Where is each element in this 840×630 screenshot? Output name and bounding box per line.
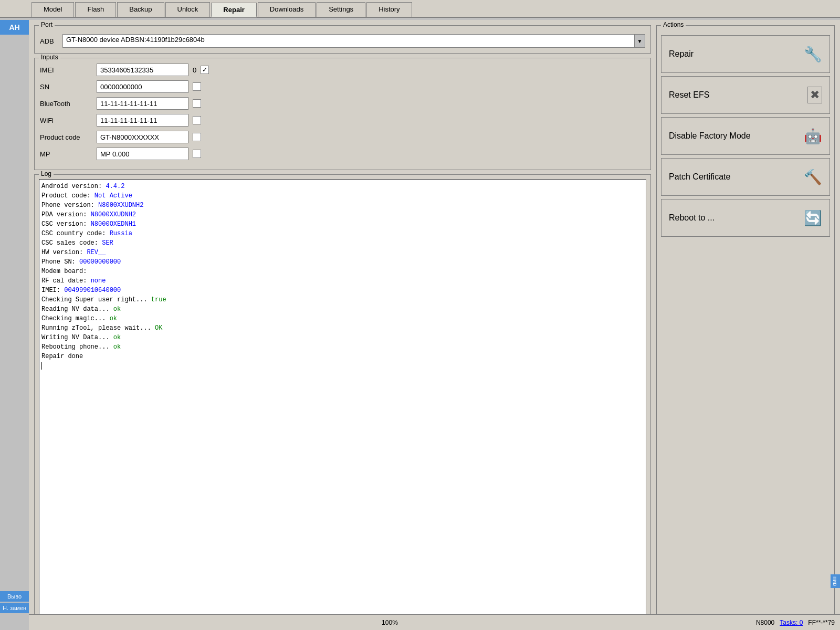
- log-line: CSC sales code: SER: [41, 238, 644, 248]
- status-bar: 100% N8000 Tasks: 0 FF**-**79: [29, 614, 840, 630]
- log-line: RF cal date: none: [41, 276, 644, 286]
- port-section: Port ADB GT-N8000 device ADBSN:41190f1b2…: [34, 25, 651, 54]
- product-code-input[interactable]: [97, 131, 188, 143]
- mp-checkbox[interactable]: [193, 150, 201, 158]
- side-bottom: Выво Н. замен: [0, 591, 29, 614]
- repair-icon: 🔧: [804, 46, 822, 63]
- adb-dropdown-arrow[interactable]: ▼: [635, 34, 645, 48]
- input-row-mp: MP: [40, 148, 645, 160]
- log-line: Android version: 4.4.2: [41, 182, 644, 191]
- log-line: Checking magic... ok: [41, 314, 644, 323]
- bluetooth-label: BlueTooth: [40, 100, 92, 108]
- adb-dropdown[interactable]: GT-N8000 device ADBSN:41190f1b29c6804b ▼: [62, 34, 645, 48]
- adb-field[interactable]: GT-N8000 device ADBSN:41190f1b29c6804b: [62, 34, 635, 48]
- side-bottom-nzamen[interactable]: Н. замен: [0, 603, 29, 613]
- log-line: CSC country code: Russia: [41, 229, 644, 238]
- right-strip-item: нив: [831, 574, 840, 588]
- patch-certificate-label: Patch Certificate: [669, 172, 730, 182]
- reboot-to-button[interactable]: Reboot to ... 🔄: [661, 199, 830, 237]
- adb-label: ADB: [40, 37, 58, 45]
- right-panel: Actions Repair 🔧 Reset EFS ✖ Disable Fac…: [656, 25, 835, 625]
- port-label: Port: [39, 21, 55, 28]
- device-model: N8000: [756, 619, 774, 626]
- tab-backup[interactable]: Backup: [117, 2, 164, 17]
- tab-model[interactable]: Model: [32, 2, 74, 17]
- input-row-wifi: WiFi: [40, 114, 645, 127]
- sn-label: SN: [40, 83, 92, 91]
- mp-input[interactable]: [97, 148, 188, 160]
- log-line: Reading NV data... ok: [41, 304, 644, 314]
- log-line: IMEI: 004999010640000: [41, 286, 644, 295]
- imei-extra: 0: [193, 66, 196, 74]
- log-line: Running zTool, please wait... OK: [41, 323, 644, 333]
- wifi-label: WiFi: [40, 117, 92, 124]
- left-panel: Port ADB GT-N8000 device ADBSN:41190f1b2…: [34, 25, 651, 625]
- bluetooth-checkbox[interactable]: [193, 99, 201, 108]
- disable-factory-mode-icon: 🤖: [804, 128, 822, 145]
- log-line: Writing NV Data... ok: [41, 333, 644, 342]
- disable-factory-mode-button[interactable]: Disable Factory Mode 🤖: [661, 117, 830, 155]
- log-section: Log Android version: 4.4.2Product code: …: [34, 174, 651, 625]
- actions-section: Actions Repair 🔧 Reset EFS ✖ Disable Fac…: [656, 25, 835, 625]
- tab-unlock[interactable]: Unlock: [165, 2, 211, 17]
- status-code: FF**-**79: [808, 619, 835, 626]
- log-line: Checking Super user right... true: [41, 295, 644, 304]
- imei-label: IMEI: [40, 66, 92, 74]
- imei-checkbox[interactable]: [201, 66, 209, 74]
- log-line: Phone version: N8000XXUDNH2: [41, 201, 644, 210]
- product-code-checkbox[interactable]: [193, 133, 201, 141]
- input-row-imei: IMEI 0: [40, 64, 645, 76]
- device-info: N8000 Tasks: 0 FF**-**79: [756, 619, 835, 626]
- tab-downloads[interactable]: Downloads: [258, 2, 316, 17]
- tab-repair[interactable]: Repair: [211, 3, 256, 17]
- input-row-bluetooth: BlueTooth: [40, 97, 645, 110]
- tasks-link[interactable]: Tasks: 0: [780, 619, 803, 626]
- log-line: PDA version: N8000XXUDNH2: [41, 210, 644, 219]
- side-bottom-vyvo[interactable]: Выво: [0, 591, 29, 602]
- progress-text: 100%: [34, 619, 746, 626]
- sn-input[interactable]: [97, 80, 188, 93]
- log-line: CSC version: N8000OXEDNH1: [41, 219, 644, 229]
- reset-efs-label: Reset EFS: [669, 90, 709, 100]
- reset-efs-button[interactable]: Reset EFS ✖: [661, 76, 830, 114]
- bluetooth-input[interactable]: [97, 97, 188, 110]
- side-nav: AH: [0, 20, 29, 630]
- log-content[interactable]: Android version: 4.4.2Product code: Not …: [39, 179, 646, 620]
- patch-certificate-button[interactable]: Patch Certificate 🔨: [661, 158, 830, 196]
- repair-button[interactable]: Repair 🔧: [661, 35, 830, 73]
- log-label: Log: [39, 170, 54, 177]
- tab-settings[interactable]: Settings: [317, 2, 365, 17]
- main-content: Port ADB GT-N8000 device ADBSN:41190f1b2…: [29, 20, 840, 630]
- sn-checkbox[interactable]: [193, 82, 201, 91]
- mp-label: MP: [40, 150, 92, 158]
- actions-label: Actions: [661, 21, 686, 28]
- inputs-label: Inputs: [39, 54, 60, 61]
- inputs-section: Inputs IMEI 0 SN BlueTooth: [34, 58, 651, 170]
- tab-history[interactable]: History: [366, 2, 412, 17]
- wifi-input[interactable]: [97, 114, 188, 127]
- side-nav-ah[interactable]: AH: [0, 20, 29, 35]
- log-line: Product code: Not Active: [41, 191, 644, 201]
- log-line: Rebooting phone... ok: [41, 342, 644, 352]
- tab-bar: Model Flash Backup Unlock Repair Downloa…: [0, 0, 840, 18]
- disable-factory-mode-label: Disable Factory Mode: [669, 131, 751, 141]
- log-line: HW version: REV__: [41, 248, 644, 257]
- log-line: Phone SN: 00000000000: [41, 257, 644, 267]
- reboot-to-icon: 🔄: [804, 209, 822, 227]
- product-code-label: Product code: [40, 133, 92, 141]
- patch-certificate-icon: 🔨: [804, 169, 822, 186]
- tab-flash[interactable]: Flash: [75, 2, 116, 17]
- wifi-checkbox[interactable]: [193, 116, 201, 124]
- imei-input[interactable]: [97, 64, 188, 76]
- reboot-to-label: Reboot to ...: [669, 213, 715, 223]
- input-row-product-code: Product code: [40, 131, 645, 143]
- input-row-sn: SN: [40, 80, 645, 93]
- log-line: Repair done: [41, 352, 644, 361]
- port-row: ADB GT-N8000 device ADBSN:41190f1b29c680…: [40, 34, 645, 48]
- repair-button-label: Repair: [669, 49, 694, 59]
- log-line: Modem board:: [41, 267, 644, 276]
- reset-efs-icon: ✖: [807, 87, 822, 103]
